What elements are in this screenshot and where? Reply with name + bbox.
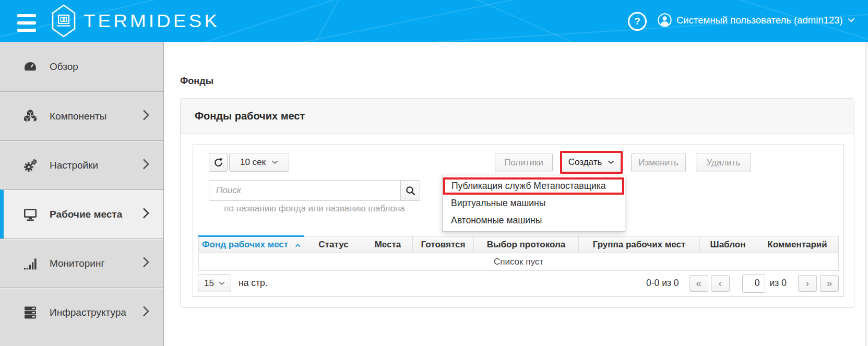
chevron-right-icon (142, 305, 149, 319)
next-page-icon: › (806, 278, 809, 289)
scrollbar[interactable] (865, 42, 868, 346)
components-icon (22, 109, 39, 124)
column-header-pool[interactable]: Фонд рабочих мест (199, 236, 304, 253)
edit-button[interactable]: Изменить (631, 153, 686, 172)
sidebar-item-label: Обзор (50, 61, 78, 73)
infrastructure-icon (22, 305, 39, 320)
column-header-status[interactable]: Статус (304, 236, 363, 253)
user-name: Системный пользователь (admin123) (676, 15, 843, 26)
column-label: Фонд рабочих мест (202, 240, 288, 249)
user-menu[interactable]: Системный пользователь (admin123) (658, 13, 855, 27)
sidebar: Обзор Компоненты (0, 42, 164, 346)
sidebar-item-workplaces[interactable]: Рабочие места (0, 189, 163, 238)
delete-label: Удалить (707, 158, 741, 168)
first-page-button[interactable]: « (689, 275, 708, 292)
chevron-right-icon (142, 158, 149, 172)
menu-item-label: Публикация служб Метапоставщика (451, 181, 606, 192)
sort-asc-icon (295, 244, 301, 247)
brand-logo: TERMIDESK (52, 4, 220, 38)
menu-item-standalone-machines[interactable]: Автономные машины (443, 212, 625, 229)
range-label: 0-0 из 0 (646, 278, 679, 289)
column-label: Группа рабочих мест (593, 240, 686, 249)
sidebar-item-settings[interactable]: Настройки (0, 140, 163, 189)
page-input[interactable] (742, 274, 765, 293)
prev-page-button[interactable]: ‹ (711, 275, 730, 292)
empty-row: Список пуст (199, 253, 839, 271)
sidebar-item-label: Рабочие места (50, 209, 122, 220)
refresh-interval-select[interactable]: 10 сек (229, 153, 289, 172)
of-label: из 0 (770, 278, 787, 289)
panel-box: 10 сек Политики Создать Изменить (193, 145, 844, 297)
column-header-group[interactable]: Группа рабочих мест (579, 236, 700, 253)
sidebar-item-components[interactable]: Компоненты (0, 91, 163, 140)
help-icon[interactable]: ? (628, 12, 647, 31)
column-header-seats[interactable]: Места (363, 236, 413, 253)
chevron-down-icon (271, 160, 278, 164)
prev-page-icon: ‹ (718, 278, 721, 289)
column-header-preparing[interactable]: Готовятся (413, 236, 474, 253)
column-header-protocol[interactable]: Выбор протокола (474, 236, 579, 253)
last-page-icon: » (827, 278, 833, 289)
chevron-down-icon (848, 18, 855, 22)
panel-title: Фонды рабочих мест (195, 110, 305, 122)
last-page-button[interactable]: » (820, 275, 839, 292)
pagination-bar: 15 на стр. 0-0 из 0 « ‹ из 0 › » (198, 273, 839, 293)
edit-label: Изменить (638, 158, 679, 168)
search-input[interactable] (209, 180, 401, 201)
settings-icon (22, 158, 39, 173)
help-glyph: ? (634, 16, 640, 27)
column-label: Места (375, 240, 401, 249)
column-label: Комментарий (767, 240, 827, 249)
refresh-button[interactable] (209, 153, 228, 172)
chevron-right-icon (142, 109, 149, 123)
breadcrumb: Фонды (180, 76, 213, 87)
menu-item-label: Автономные машины (451, 215, 542, 226)
menu-item-metaprovider-publication[interactable]: Публикация служб Метапоставщика (443, 177, 624, 195)
column-label: Шаблон (710, 240, 746, 249)
column-label: Статус (318, 240, 348, 249)
panel-card: Фонды рабочих мест 10 сек Политики (180, 98, 854, 308)
per-page-label: на стр. (239, 278, 268, 289)
create-menu: Публикация служб Метапоставщика Виртуаль… (442, 175, 625, 232)
refresh-interval-value: 10 сек (240, 157, 266, 168)
sidebar-item-label: Инфраструктура (50, 307, 126, 318)
monitoring-icon (22, 256, 39, 271)
brand-text: TERMIDESK (84, 10, 220, 31)
menu-item-label: Виртуальные машины (451, 198, 545, 209)
sidebar-item-overview[interactable]: Обзор (0, 42, 163, 91)
page-size-value: 15 (204, 278, 214, 289)
search-icon (406, 186, 415, 196)
column-label: Готовятся (421, 240, 466, 249)
delete-button[interactable]: Удалить (696, 153, 751, 172)
search-hint: по названию фонда или названию шаблона (209, 204, 420, 214)
sidebar-item-label: Настройки (50, 160, 98, 171)
chevron-down-icon (608, 160, 614, 164)
policies-button[interactable]: Политики (495, 153, 553, 172)
column-header-template[interactable]: Шаблон (700, 236, 756, 253)
topbar: TERMIDESK ? Системный пользователь (admi… (0, 0, 868, 42)
sidebar-item-label: Мониторинг (50, 258, 104, 269)
dashboard-icon (22, 59, 39, 74)
sidebar-item-infrastructure[interactable]: Инфраструктура (0, 288, 163, 337)
refresh-icon (213, 158, 223, 168)
column-header-comment[interactable]: Комментарий (756, 236, 839, 253)
sidebar-item-monitoring[interactable]: Мониторинг (0, 238, 163, 288)
page-size-select[interactable]: 15 (198, 275, 231, 292)
sidebar-item-label: Компоненты (50, 111, 106, 122)
menu-item-virtual-machines[interactable]: Виртуальные машины (443, 195, 625, 212)
create-button[interactable]: Создать (562, 153, 621, 172)
chevron-right-icon (142, 256, 149, 270)
next-page-button[interactable]: › (798, 275, 817, 292)
table-header-row: Фонд рабочих мест Статус Места Готовятся… (199, 236, 839, 253)
chevron-right-icon (142, 207, 149, 221)
create-highlight-annotation: Создать (560, 151, 623, 174)
panel-header: Фонды рабочих мест (181, 99, 854, 134)
menu-icon[interactable] (17, 14, 36, 32)
column-label: Выбор протокола (487, 240, 565, 249)
screen: TERMIDESK ? Системный пользователь (admi… (0, 0, 868, 346)
logo-hexagon-icon (52, 4, 76, 38)
policies-label: Политики (504, 158, 543, 168)
pools-table: Фонд рабочих мест Статус Места Готовятся… (198, 235, 839, 271)
first-page-icon: « (696, 278, 701, 289)
search-button[interactable] (400, 180, 420, 201)
